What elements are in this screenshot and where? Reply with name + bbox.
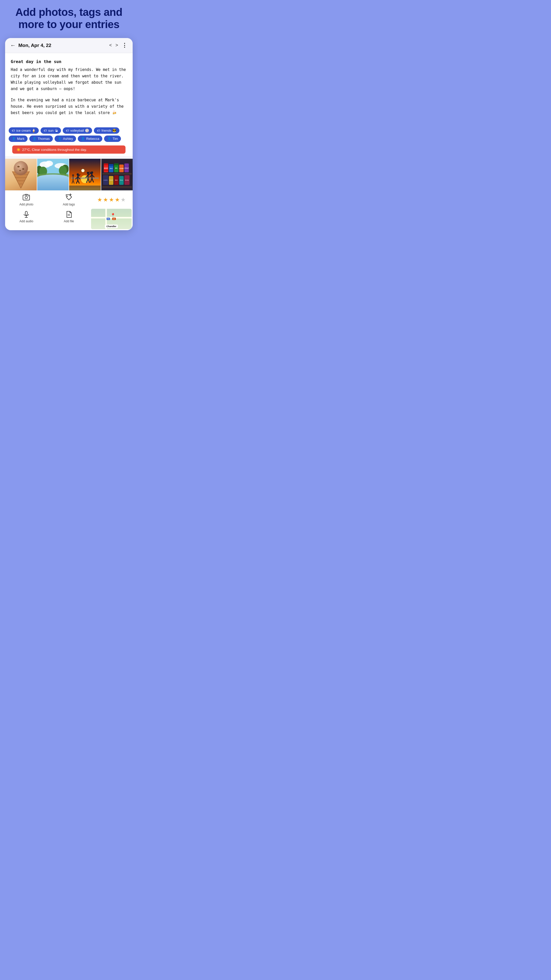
bottom-actions: Add photo Add tags ★ ★ ★ ★ ★ bbox=[5, 190, 133, 230]
svg-rect-58 bbox=[102, 186, 132, 188]
tag-icon: 🏷 bbox=[44, 129, 47, 132]
tag-icon: 🏷 bbox=[97, 129, 100, 132]
tag-pill[interactable]: 🏷sun 🌤 bbox=[41, 127, 61, 134]
tag-icon: 👤 bbox=[32, 137, 37, 141]
journal-card: ← Mon, Apr 4, 22 < > ⋮ Great day in the … bbox=[5, 38, 133, 230]
star-4[interactable]: ★ bbox=[115, 197, 120, 203]
star-1[interactable]: ★ bbox=[97, 197, 102, 203]
weather-bar: ☀️ 27°C, Clear conditions throughout the… bbox=[12, 145, 125, 154]
svg-point-25 bbox=[37, 173, 69, 180]
next-entry-button[interactable]: > bbox=[115, 43, 118, 48]
star-5[interactable]: ★ bbox=[121, 197, 126, 203]
tag-label: friends 😎 bbox=[102, 129, 117, 132]
add-tags-icon bbox=[65, 193, 73, 202]
photo-river[interactable] bbox=[37, 159, 69, 190]
svg-point-9 bbox=[17, 166, 20, 167]
tag-pill[interactable]: 🏷ice cream 🍦 bbox=[9, 127, 39, 134]
svg-text:BEER: BEER bbox=[104, 167, 108, 169]
svg-point-14 bbox=[45, 161, 53, 166]
add-audio-button[interactable]: Add audio bbox=[5, 208, 48, 230]
add-file-button[interactable]: Add file bbox=[48, 208, 90, 230]
entry-date: Mon, Apr 4, 22 bbox=[18, 43, 109, 48]
add-tags-label: Add tags bbox=[63, 203, 75, 206]
svg-point-23 bbox=[37, 176, 69, 190]
star-2[interactable]: ★ bbox=[103, 197, 108, 203]
tag-pill[interactable]: 🏷volleyball 🏐 bbox=[63, 127, 92, 134]
svg-rect-55 bbox=[69, 186, 101, 190]
entry-title: Great day in the sun bbox=[11, 58, 127, 65]
entry-paragraph1: Had a wonderful day with my friends. We … bbox=[11, 67, 127, 92]
svg-point-30 bbox=[76, 173, 79, 176]
tag-label: Ashley bbox=[63, 137, 73, 141]
headline-line1: Add photos, tags and bbox=[15, 6, 122, 18]
entry-paragraph2: In the evening we had a nice barbecue at… bbox=[11, 97, 127, 116]
photo-icecream[interactable] bbox=[5, 159, 37, 190]
svg-point-84 bbox=[25, 196, 27, 199]
tag-icon: 👤 bbox=[58, 137, 62, 141]
svg-point-22 bbox=[37, 176, 69, 190]
add-tags-button[interactable]: Add tags bbox=[48, 191, 90, 208]
map-thumbnail[interactable]: 54 22 📍 Chandler bbox=[91, 209, 132, 229]
svg-point-24 bbox=[39, 180, 67, 186]
photo-volleyball[interactable] bbox=[69, 159, 101, 190]
tag-label: volleyball 🏐 bbox=[70, 129, 89, 132]
svg-rect-64 bbox=[109, 164, 113, 166]
nav-controls: < > ⋮ bbox=[109, 42, 127, 49]
svg-text:IPA: IPA bbox=[115, 167, 118, 169]
svg-text:GOLD: GOLD bbox=[109, 180, 113, 181]
weather-text: 27°C, Clear conditions throughout the da… bbox=[22, 148, 87, 151]
tag-label: Thomas bbox=[38, 137, 50, 141]
tag-pill[interactable]: 👤Ashley bbox=[55, 135, 76, 142]
svg-rect-57 bbox=[102, 173, 132, 175]
tag-label: sun 🌤 bbox=[48, 129, 58, 132]
tag-pill[interactable]: 👤Mark bbox=[9, 135, 27, 142]
svg-point-51 bbox=[72, 174, 74, 177]
add-photo-button[interactable]: Add photo bbox=[5, 191, 48, 208]
rating-stars[interactable]: ★ ★ ★ ★ ★ bbox=[90, 191, 133, 208]
photo-beers[interactable]: BEER ALE IPA LAGER STOUT DARK bbox=[101, 159, 133, 190]
tag-icon: 👤 bbox=[12, 137, 16, 141]
svg-point-87 bbox=[67, 196, 68, 197]
svg-text:ALE: ALE bbox=[110, 168, 113, 169]
svg-text:RED: RED bbox=[115, 180, 118, 181]
svg-point-86 bbox=[28, 196, 29, 196]
add-file-icon bbox=[65, 210, 73, 218]
svg-point-10 bbox=[22, 168, 24, 170]
weather-icon: ☀️ bbox=[16, 148, 21, 151]
svg-text:ROSE: ROSE bbox=[125, 180, 129, 181]
add-file-label: Add file bbox=[64, 220, 74, 223]
tag-label: Mark bbox=[17, 137, 24, 141]
svg-point-44 bbox=[87, 172, 89, 174]
tag-pill[interactable]: 👤Thomas bbox=[29, 135, 53, 142]
tag-label: Rebecca bbox=[86, 137, 99, 141]
tag-label: Tim bbox=[113, 137, 118, 141]
svg-rect-60 bbox=[103, 164, 108, 165]
route-54: 54 bbox=[106, 218, 110, 220]
prev-entry-button[interactable]: < bbox=[109, 43, 112, 48]
svg-point-11 bbox=[19, 170, 21, 171]
svg-rect-67 bbox=[114, 164, 118, 165]
more-options-button[interactable]: ⋮ bbox=[122, 42, 127, 49]
tag-icon: 👤 bbox=[81, 137, 85, 141]
entry-content: Great day in the sun Had a wonderful day… bbox=[5, 53, 133, 125]
route-22: 22 bbox=[112, 218, 116, 220]
tag-icon: 👤 bbox=[107, 137, 111, 141]
star-3[interactable]: ★ bbox=[109, 197, 114, 203]
map-city-label: Chandler bbox=[105, 224, 118, 228]
tag-pill[interactable]: 🏷friends 😎 bbox=[94, 127, 120, 134]
headline-line2: more to your entries bbox=[18, 18, 119, 30]
tag-pill[interactable]: 👤Tim bbox=[104, 135, 121, 142]
svg-text:PALE: PALE bbox=[120, 180, 123, 181]
photos-grid: BEER ALE IPA LAGER STOUT DARK bbox=[5, 159, 133, 190]
tag-icon: 🏷 bbox=[12, 129, 15, 132]
svg-point-50 bbox=[81, 169, 84, 172]
back-button[interactable]: ← bbox=[10, 42, 16, 49]
tag-label: ice cream 🍦 bbox=[16, 129, 36, 132]
tag-pill[interactable]: 👤Rebecca bbox=[78, 135, 102, 142]
add-photo-label: Add photo bbox=[19, 203, 33, 206]
card-header: ← Mon, Apr 4, 22 < > ⋮ bbox=[5, 38, 133, 53]
add-photo-icon bbox=[22, 193, 30, 202]
add-audio-icon bbox=[22, 210, 30, 218]
svg-rect-61 bbox=[103, 170, 108, 171]
tag-icon: 🏷 bbox=[66, 129, 69, 132]
